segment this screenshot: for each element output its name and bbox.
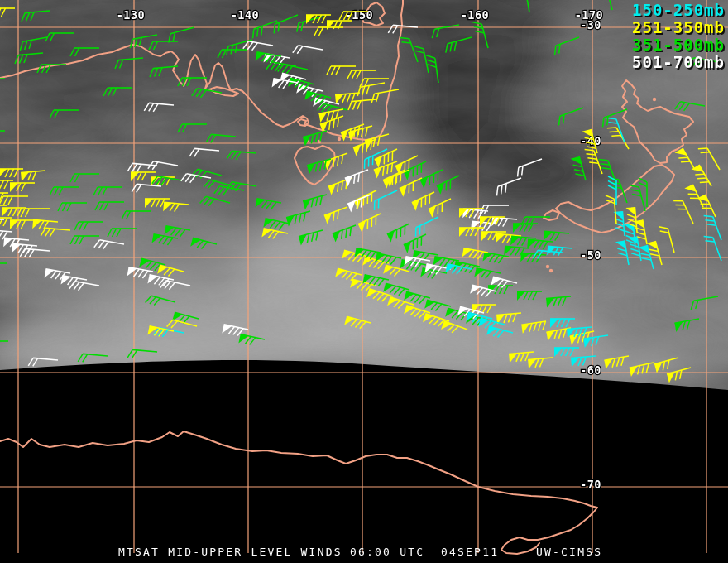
legend-item-501-700mb: 501-700mb <box>632 54 725 71</box>
island-dot <box>653 98 656 101</box>
caption-title: MTSAT MID-UPPER LEVEL WINDS <box>118 546 342 558</box>
caption-bar: MTSAT MID-UPPER LEVEL WINDS 06:00 UTC 04… <box>0 546 728 563</box>
grid-label: -160 <box>461 8 490 22</box>
earth-limb-black-region <box>0 360 728 563</box>
map-canvas: -130-140-150-160-170-30-40-50-60-70 <box>0 0 728 563</box>
caption-time: 06:00 UTC <box>350 546 424 558</box>
grid-label: -40 <box>580 134 601 147</box>
island-dot <box>549 269 553 272</box>
island-dot <box>546 265 549 268</box>
pressure-level-legend: 150-250mb 251-350mb 351-500mb 501-700mb <box>632 2 725 71</box>
legend-item-351-500mb: 351-500mb <box>632 36 725 54</box>
island-dot <box>338 137 341 141</box>
grid-label: -30 <box>580 18 601 31</box>
grid-label: -70 <box>580 478 601 491</box>
caption-source: UW-CIMSS <box>536 546 602 558</box>
caption-date: 04SEP11 <box>441 546 499 558</box>
satellite-wind-map: -130-140-150-160-170-30-40-50-60-70 150-… <box>0 0 728 563</box>
legend-item-150-250mb: 150-250mb <box>632 2 725 19</box>
grid-label: -140 <box>231 8 260 22</box>
grid-label: -130 <box>117 8 146 22</box>
legend-item-251-350mb: 251-350mb <box>632 19 725 36</box>
grid-label: -50 <box>580 248 601 262</box>
